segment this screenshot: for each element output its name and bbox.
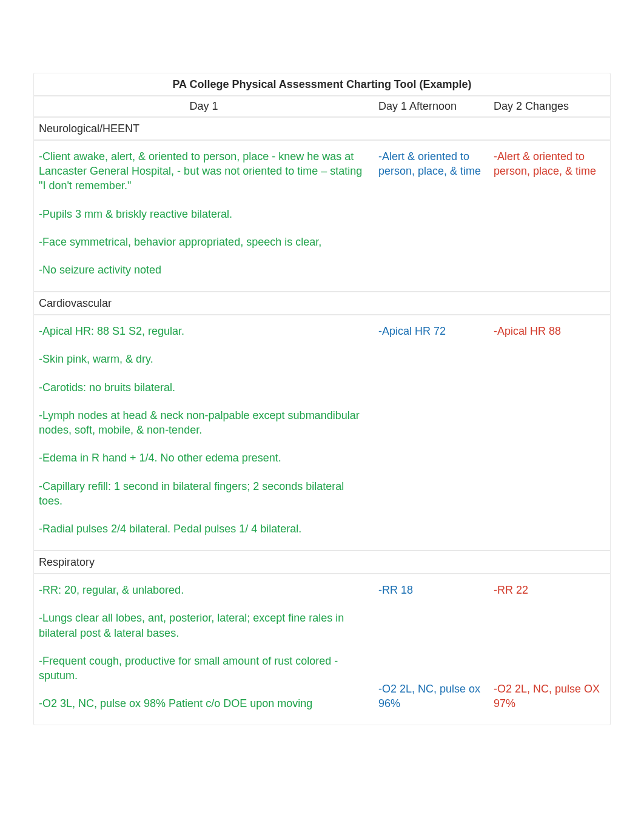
col-header-day1pm: Day 1 Afternoon	[374, 96, 489, 116]
neuro-day1-entry: -No seizure activity noted	[39, 263, 369, 277]
neuro-day2-entry: -Alert & oriented to person, place, & ti…	[494, 149, 605, 179]
col-header-day2: Day 2 Changes	[489, 96, 610, 116]
section-label-resp: Respiratory	[34, 551, 610, 574]
cardio-day1: -Apical HR: 88 S1 S2, regular. -Skin pin…	[34, 315, 374, 550]
resp-day1-entry: -RR: 20, regular, & unlabored.	[39, 583, 369, 597]
cardio-day1pm: -Apical HR 72	[374, 315, 489, 550]
neuro-day1pm: -Alert & oriented to person, place, & ti…	[374, 141, 489, 291]
cardio-day1-entry: -Edema in R hand + 1/4. No other edema p…	[39, 451, 369, 465]
neuro-day1pm-entry: -Alert & oriented to person, place, & ti…	[378, 149, 484, 179]
resp-day1-entry: -Lungs clear all lobes, ant, posterior, …	[39, 611, 369, 640]
neuro-day1-entry: -Face symmetrical, behavior appropriated…	[39, 235, 369, 249]
cardio-day1-entry: -Capillary refill: 1 second in bilateral…	[39, 479, 369, 509]
resp-day2-entry: -RR 22	[494, 583, 605, 597]
neuro-day1: -Client awake, alert, & oriented to pers…	[34, 141, 374, 291]
resp-day1pm: -RR 18 -O2 2L, NC, pulse ox 96%	[374, 574, 489, 725]
charting-sheet: PA College Physical Assessment Charting …	[33, 73, 611, 725]
cardio-day1-entry: -Lymph nodes at head & neck non-palpable…	[39, 408, 369, 438]
resp-day1-entry: -Frequent cough, productive for small am…	[39, 654, 369, 683]
resp-day2-entry: -O2 2L, NC, pulse OX 97%	[494, 682, 605, 711]
cardio-day1-entry: -Apical HR: 88 S1 S2, regular.	[39, 324, 369, 338]
cardio-day2-entry: -Apical HR 88	[494, 324, 605, 338]
section-body-neuro: -Client awake, alert, & oriented to pers…	[34, 141, 610, 292]
resp-day2: -RR 22 -O2 2L, NC, pulse OX 97%	[489, 574, 610, 725]
cardio-day1-entry: -Skin pink, warm, & dry.	[39, 352, 369, 366]
cardio-day1pm-entry: -Apical HR 72	[378, 324, 484, 338]
cardio-day1-entry: -Carotids: no bruits bilateral.	[39, 380, 369, 395]
resp-day1-entry: -O2 3L, NC, pulse ox 98% Patient c/o DOE…	[39, 696, 369, 711]
col-header-day1: Day 1	[34, 96, 374, 116]
resp-day1pm-entry: -RR 18	[378, 583, 484, 597]
cardio-day2: -Apical HR 88	[489, 315, 610, 550]
cardio-day1-entry: -Radial pulses 2/4 bilateral. Pedal puls…	[39, 521, 369, 536]
sheet-title: PA College Physical Assessment Charting …	[34, 73, 610, 96]
section-body-resp: -RR: 20, regular, & unlabored. -Lungs cl…	[34, 574, 610, 725]
column-headers: Day 1 Day 1 Afternoon Day 2 Changes	[34, 96, 610, 117]
neuro-day2: -Alert & oriented to person, place, & ti…	[489, 141, 610, 291]
section-body-cardio: -Apical HR: 88 S1 S2, regular. -Skin pin…	[34, 315, 610, 551]
neuro-day1-entry: -Pupils 3 mm & briskly reactive bilatera…	[39, 207, 369, 221]
neuro-day1-entry: -Client awake, alert, & oriented to pers…	[39, 149, 369, 193]
section-label-cardio: Cardiovascular	[34, 292, 610, 315]
resp-day1: -RR: 20, regular, & unlabored. -Lungs cl…	[34, 574, 374, 725]
resp-day1pm-entry: -O2 2L, NC, pulse ox 96%	[378, 682, 484, 711]
section-label-neuro: Neurological/HEENT	[34, 118, 610, 141]
